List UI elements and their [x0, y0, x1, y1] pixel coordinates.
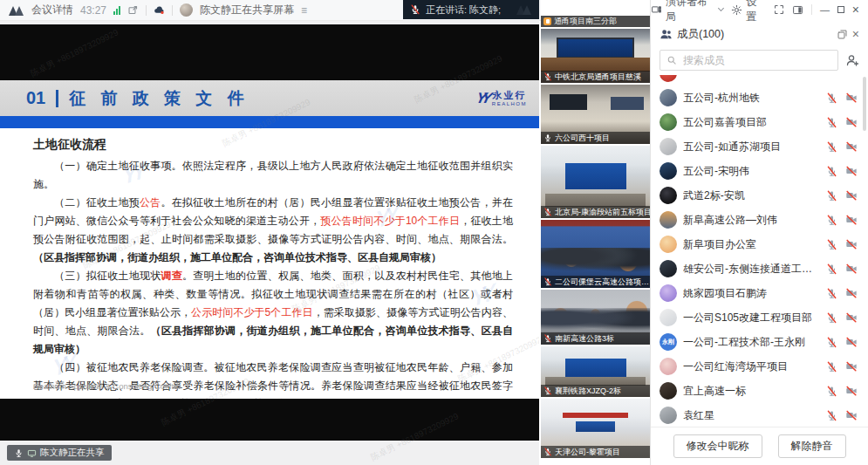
popout-panel-icon[interactable] — [837, 29, 848, 40]
member-row[interactable]: 雄安公司-东侧连接通道工程项目向志良 — [651, 256, 868, 281]
member-row[interactable]: 五公司-如通苏湖项目 — [651, 134, 868, 159]
tile-caption-bar: 天津公司-黎霍项目 — [541, 446, 650, 458]
mic-muted-icon[interactable] — [826, 410, 837, 421]
member-name: 五公司嘉善项目部 — [683, 115, 820, 130]
meeting-details-button[interactable]: 会议详情 — [31, 3, 73, 17]
search-input[interactable] — [681, 53, 831, 67]
avatar — [660, 358, 677, 375]
mic-muted-icon[interactable] — [826, 312, 837, 324]
member-row[interactable]: 永刚 一公司-工程技术部-王永刚 — [651, 330, 868, 354]
video-tile[interactable]: 南新高速公路3标 — [541, 290, 650, 345]
cloud-record-icon[interactable] — [154, 4, 165, 16]
tile-caption: 北京局-康渝段站前五标项目 — [555, 207, 650, 218]
member-row[interactable]: 一公司S105改建工程项目部 — [651, 305, 868, 330]
camera-off-icon[interactable] — [845, 214, 858, 226]
camera-off-icon[interactable] — [845, 116, 858, 128]
slide-paragraph: （一）确定土地征收事项。依照法定程序，县级以上地方人民政府依法确定土地征收范围并… — [33, 157, 513, 194]
add-member-button[interactable] — [845, 53, 859, 67]
mic-muted-icon[interactable] — [826, 141, 837, 153]
camera-off-icon[interactable] — [845, 287, 858, 299]
member-row[interactable]: 袁红星 — [651, 403, 868, 427]
mic-muted-icon[interactable] — [826, 239, 837, 250]
camera-off-icon[interactable] — [845, 409, 858, 421]
member-row[interactable]: 新阜项目办公室 — [651, 232, 868, 256]
share-badge: 陈文静正在共享 — [7, 445, 112, 461]
video-tile-partial[interactable]: 通甬项目南三分部 — [541, 16, 650, 27]
mic-muted-icon[interactable] — [826, 263, 837, 275]
rename-button[interactable]: 修改会中昵称 — [673, 434, 762, 458]
window-controls: 演讲者布局 设置 — × — [651, 0, 868, 19]
member-row[interactable]: 五公司-宋明伟 — [651, 159, 868, 183]
tile-caption-bar: 中铁北京局通甬项目慈溪 — [541, 71, 650, 83]
close-panel-button[interactable]: × — [852, 28, 859, 40]
member-row[interactable]: 五公司-杭州地铁 — [651, 85, 868, 110]
close-button[interactable]: × — [852, 3, 859, 16]
video-strip: 通甬项目南三分部 中铁北京局通甬项目慈溪 六公司西十项目 北京局-康渝段站前五标… — [541, 0, 650, 465]
minimize-button[interactable]: — — [820, 5, 830, 15]
avatar — [660, 407, 677, 424]
members-panel-header: 成员(100) × — [651, 24, 868, 44]
avatar — [660, 211, 677, 229]
tile-caption: 中铁北京局通甬项目慈溪 — [555, 72, 641, 83]
mic-muted-icon[interactable] — [826, 337, 837, 348]
camera-off-icon[interactable] — [845, 385, 858, 397]
mic-muted-icon[interactable] — [826, 215, 837, 226]
mic-muted-icon[interactable] — [826, 92, 837, 104]
mic-muted-icon — [543, 72, 552, 81]
mic-muted-icon[interactable] — [826, 117, 837, 128]
layout-button[interactable]: 演讲者布局 — [651, 0, 723, 24]
member-row[interactable]: 武道2标-安凯 — [651, 183, 868, 208]
member-name: 一公司-工程技术部-王永刚 — [683, 335, 820, 350]
network-signal-icon — [113, 6, 120, 15]
camera-off-icon[interactable] — [845, 238, 858, 250]
mic-muted-icon[interactable] — [826, 166, 837, 177]
member-name: 一公司红海湾场平项目 — [683, 359, 820, 374]
member-row[interactable]: 一公司红海湾场平项目 — [651, 354, 868, 379]
camera-off-icon[interactable] — [845, 140, 858, 153]
search-box[interactable] — [660, 50, 838, 71]
sharer-menu-icon[interactable]: ≡ — [301, 4, 307, 17]
video-tile[interactable]: 中铁北京局通甬项目慈溪 — [541, 29, 650, 83]
title-divider — [56, 90, 58, 107]
slide-paragraph: （四）被征地农民养老保险调查。被征地农民养老保险调查应当查明被征地农民年龄、户籍… — [33, 359, 513, 399]
side-panel-toggle-icon[interactable] — [792, 4, 803, 16]
member-name: 姚家园项目石鹏涛 — [683, 286, 820, 301]
camera-off-icon[interactable] — [845, 263, 858, 275]
mic-muted-icon[interactable] — [826, 386, 837, 397]
scrollbar[interactable] — [863, 77, 866, 131]
company-logo-icon: YY — [475, 90, 490, 107]
avatar — [660, 260, 677, 277]
camera-off-icon[interactable] — [845, 336, 858, 348]
mic-muted-icon[interactable] — [826, 361, 837, 373]
mic-muted-icon[interactable] — [826, 190, 837, 202]
avatar — [660, 236, 677, 253]
camera-off-icon[interactable] — [845, 360, 858, 373]
camera-off-icon[interactable] — [845, 311, 858, 324]
member-row[interactable]: 姚家园项目石鹏涛 — [651, 281, 868, 305]
tile-caption: 二公司倮堡云高速公路项… — [555, 277, 649, 288]
video-tile[interactable]: 六公司西十项目 — [541, 85, 650, 144]
video-tile[interactable]: 北京局-康渝段站前五标项目 — [541, 146, 650, 218]
members-panel-title: 成员(100) — [677, 27, 724, 42]
member-row[interactable] — [651, 75, 868, 85]
settings-button[interactable]: 设置 — [731, 0, 766, 24]
maximize-button[interactable] — [837, 6, 844, 13]
company-logo-name: 永业行 — [492, 91, 526, 100]
member-row[interactable]: 宜上高速一标 — [651, 379, 868, 403]
member-name: 雄安公司-东侧连接通道工程项目向志良 — [683, 262, 820, 277]
member-row[interactable]: 五公司嘉善项目部 — [651, 110, 868, 134]
unmute-button[interactable]: 解除静音 — [778, 434, 846, 458]
camera-off-icon[interactable] — [845, 189, 858, 202]
avatar — [660, 284, 677, 302]
video-tile[interactable]: 襄荆铁路XJZQ-2标 — [541, 346, 650, 397]
speaking-indicator: 正在讲话: 陈文静; — [403, 0, 539, 19]
fullscreen-icon[interactable] — [774, 4, 784, 15]
video-tile[interactable]: 二公司倮堡云高速公路项… — [541, 220, 650, 288]
open-window-icon[interactable] — [127, 4, 139, 16]
mic-muted-icon[interactable] — [826, 288, 837, 299]
screen-share-icon — [27, 448, 37, 458]
camera-off-icon[interactable] — [845, 92, 858, 104]
video-tile[interactable]: 天津公司-黎霍项目 — [541, 399, 650, 458]
member-row[interactable]: 新阜高速公路—刘伟 — [651, 208, 868, 232]
camera-off-icon[interactable] — [845, 165, 858, 177]
